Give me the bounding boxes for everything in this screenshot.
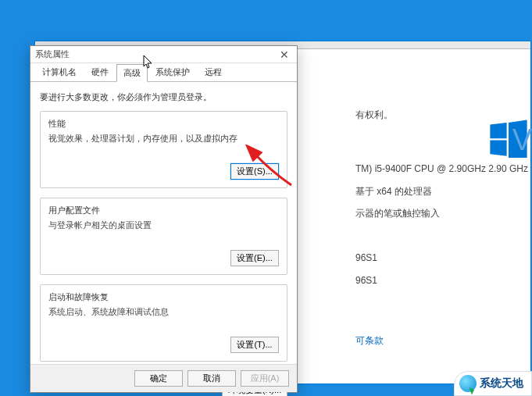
close-icon[interactable]: ✕ [277,48,292,61]
bg-pen: 示器的笔或触控输入 [355,202,530,225]
cancel-button[interactable]: 取消 [187,370,236,387]
user-profile-settings-button[interactable]: 设置(E)... [230,250,279,266]
bg-code2: 96S1 [355,269,530,292]
performance-desc: 视觉效果，处理器计划，内存使用，以及虚拟内存 [48,133,279,144]
tab-computer-name[interactable]: 计算机名 [35,63,84,81]
bg-arch: 基于 x64 的处理器 [355,180,530,203]
bg-link-terms[interactable]: 可条款 [355,330,530,352]
bg-cpu: TM) i5-9400F CPU @ 2.90GHz 2.90 GHz [355,158,530,180]
tab-remote[interactable]: 远程 [198,63,229,81]
tab-hardware[interactable]: 硬件 [84,63,116,81]
watermark: 系统天地 [454,371,532,396]
dialog-body: 要进行大多数更改，你必须作为管理员登录。 性能 视觉效果，处理器计划，内存使用，… [30,82,297,377]
dialog-titlebar: 系统属性 ✕ [30,46,297,63]
performance-title: 性能 [48,118,279,130]
user-profile-title: 用户配置文件 [48,205,279,216]
user-profile-group: 用户配置文件 与登录帐户相关的桌面设置 设置(E)... [40,198,287,275]
tabstrip: 计算机名 硬件 高级 系统保护 远程 [30,63,297,82]
startup-recovery-desc: 系统启动、系统故障和调试信息 [48,306,279,318]
performance-settings-button[interactable]: 设置(S)... [230,163,279,180]
user-profile-desc: 与登录帐户相关的桌面设置 [48,219,279,231]
startup-recovery-title: 启动和故障恢复 [48,291,279,303]
watermark-text: 系统天地 [480,376,523,391]
tab-system-protection[interactable]: 系统保护 [148,63,197,81]
system-properties-dialog: 系统属性 ✕ 计算机名 硬件 高级 系统保护 远程 要进行大多数更改，你必须作为… [30,45,298,393]
ok-button[interactable]: 确定 [134,370,183,387]
startup-recovery-group: 启动和故障恢复 系统启动、系统故障和调试信息 设置(T)... [40,284,287,362]
dialog-footer: 确定 取消 应用(A) [30,364,297,392]
watermark-globe-icon [459,375,477,392]
admin-note: 要进行大多数更改，你必须作为管理员登录。 [40,91,287,103]
performance-group: 性能 视觉效果，处理器计划，内存使用，以及虚拟内存 设置(S)... [40,111,287,188]
tab-advanced[interactable]: 高级 [116,64,148,82]
startup-recovery-settings-button[interactable]: 设置(T)... [230,337,279,353]
dialog-title: 系统属性 [35,48,70,60]
bg-code1: 96S1 [355,247,530,269]
windows-version-letter: V [512,123,532,157]
apply-button[interactable]: 应用(A) [241,370,289,387]
